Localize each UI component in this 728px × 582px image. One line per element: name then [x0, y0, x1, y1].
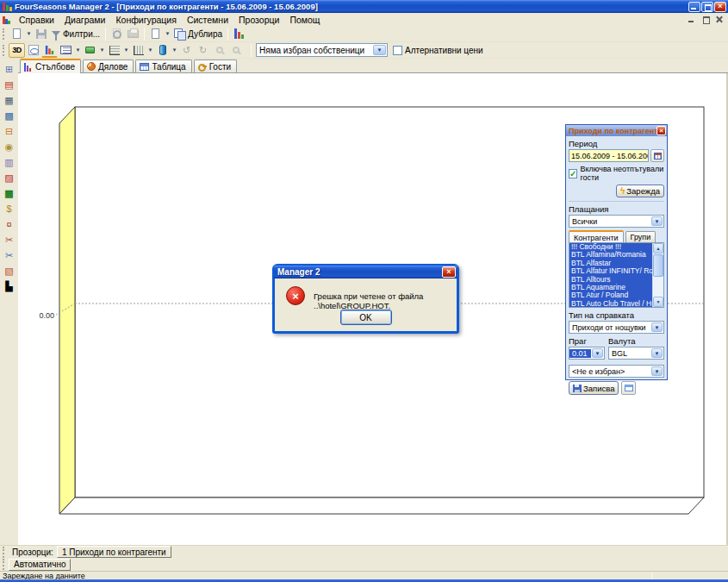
folder-report-button[interactable]: ▥: [2, 155, 16, 168]
currency-button[interactable]: ¤: [2, 217, 16, 230]
horizontal-grid-button[interactable]: [106, 43, 122, 58]
currency-dropdown-icon[interactable]: ▼: [651, 348, 663, 358]
legend-button[interactable]: [58, 43, 74, 58]
save-settings-button[interactable]: Записва: [569, 381, 619, 395]
tab-table[interactable]: Таблица: [135, 59, 191, 72]
toolbar-grip[interactable]: [3, 559, 5, 570]
depth-dropdown[interactable]: ▼: [171, 43, 178, 58]
calendar-button[interactable]: [650, 149, 664, 162]
menu-item[interactable]: Диаграми: [59, 15, 110, 25]
new-window-dropdown[interactable]: ▼: [164, 27, 171, 41]
mdi-close-button[interactable]: [713, 15, 725, 24]
tile-windows-button[interactable]: ⊞: [2, 62, 16, 75]
horizontal-grid-dropdown[interactable]: ▼: [122, 43, 130, 58]
include-guests-checkbox[interactable]: ✓: [569, 169, 577, 178]
load-button[interactable]: ϟ Зарежда: [616, 185, 664, 197]
tab-guests[interactable]: Гости: [194, 59, 237, 72]
scroll-down-button[interactable]: ▼: [653, 297, 663, 307]
legend-dropdown[interactable]: ▼: [74, 43, 82, 58]
series-button[interactable]: [41, 43, 58, 58]
cut-restriction-button[interactable]: ✂: [2, 233, 16, 246]
contractor-item[interactable]: BTL Alfamina/Romania: [569, 251, 652, 259]
ok-button[interactable]: OK: [340, 310, 392, 325]
mdi-child-icon[interactable]: [3, 16, 11, 24]
vertical-grid-button[interactable]: [130, 43, 146, 58]
window-options-button[interactable]: [621, 381, 636, 395]
undo-button[interactable]: ↺: [178, 43, 195, 58]
new-report-button[interactable]: [9, 27, 25, 41]
payments-dropdown-icon[interactable]: ▼: [651, 216, 663, 226]
mdi-restore-button[interactable]: [700, 15, 712, 24]
print-preview-button[interactable]: [109, 27, 125, 41]
contractor-item[interactable]: BTL Alfastar: [569, 260, 652, 267]
menu-item[interactable]: Справки: [14, 15, 59, 25]
filter-button[interactable]: Филтри...: [49, 27, 103, 41]
toolbar-grip[interactable]: [3, 547, 5, 558]
contractor-item[interactable]: BTL Alfatur INFINITY/ Romani: [569, 267, 652, 275]
alt-prices-checkbox[interactable]: [393, 46, 402, 55]
export-report-button[interactable]: ▤: [2, 78, 16, 91]
three-d-toggle-button[interactable]: 3D: [9, 43, 25, 58]
automatic-button[interactable]: Автоматично: [9, 559, 71, 571]
mdi-minimize-button[interactable]: [686, 15, 698, 24]
contractor-item[interactable]: BTL Aquamarine: [569, 284, 652, 291]
zoom-out-button[interactable]: [227, 43, 244, 58]
report-type-combobox[interactable]: Приходи от нощувки ▼: [569, 321, 664, 334]
dialog-title-bar[interactable]: Manager 2 ×: [274, 266, 457, 278]
contractor-item[interactable]: BTL Auto Club Travel / Hunga: [569, 300, 652, 307]
report-type-dropdown-icon[interactable]: ▼: [651, 322, 663, 332]
vertical-grid-dropdown[interactable]: ▼: [146, 43, 154, 58]
monitor-report-button[interactable]: ⊟: [2, 124, 16, 137]
window-tab-button[interactable]: 1 Приходи по контрагенти: [57, 546, 171, 558]
menu-item[interactable]: Прозорци: [233, 15, 284, 25]
tab-columns[interactable]: Стълбове: [20, 59, 81, 73]
tab-contractors[interactable]: Контрагенти: [569, 230, 624, 243]
scrollbar-thumb[interactable]: [653, 254, 663, 277]
template-combobox[interactable]: <Не е избран> ▼: [569, 365, 664, 378]
chart-report-button[interactable]: ▦: [2, 93, 16, 106]
menu-item[interactable]: Помощ: [284, 15, 325, 25]
menu-item[interactable]: Системни: [182, 15, 233, 25]
owners-combobox[interactable]: Няма избран собственици ▼: [256, 43, 388, 57]
menu-item[interactable]: Конфигурация: [110, 15, 181, 25]
grid-button[interactable]: ▦: [2, 186, 16, 199]
duplicate-button[interactable]: Дублира: [171, 27, 225, 41]
toolbar-grip[interactable]: [3, 28, 5, 40]
tab-groups[interactable]: Групи: [625, 231, 656, 242]
mini-chart-button[interactable]: ▙: [2, 279, 16, 292]
restore-button[interactable]: [701, 2, 713, 12]
template-dropdown-icon[interactable]: ▼: [651, 366, 663, 376]
threshold-combobox[interactable]: 0.01 ▼: [569, 347, 605, 360]
minimize-button[interactable]: [688, 2, 700, 12]
depth-button[interactable]: [154, 43, 171, 58]
contractor-item[interactable]: BTL Alltours: [569, 276, 652, 284]
rotate-chart-button[interactable]: [25, 43, 41, 58]
new-window-button[interactable]: [147, 27, 164, 41]
dialog-close-button[interactable]: ×: [442, 266, 456, 278]
scrollbar-track[interactable]: [653, 278, 663, 297]
period-input[interactable]: 15.06.2009 - 15.06.2009: [569, 149, 649, 162]
panel-caption[interactable]: Приходи по контрагенти ×: [566, 125, 667, 136]
threshold-dropdown-icon[interactable]: ▼: [592, 348, 603, 358]
tab-shares[interactable]: Дялове: [83, 59, 134, 72]
cut-price-button[interactable]: ✂: [2, 248, 16, 261]
owners-dropdown-icon[interactable]: ▼: [373, 45, 386, 55]
marks-dropdown[interactable]: ▼: [98, 43, 106, 58]
save-button[interactable]: [33, 27, 49, 41]
panel-close-button[interactable]: ×: [656, 126, 666, 135]
currency-combobox[interactable]: BGL ▼: [608, 347, 664, 360]
toolbar-grip[interactable]: [3, 45, 5, 56]
payments-combobox[interactable]: Всички ▼: [569, 215, 664, 228]
contractor-item[interactable]: !!! Свободни !!!: [569, 243, 652, 251]
close-button[interactable]: ×: [714, 2, 726, 12]
scroll-up-button[interactable]: ▲: [653, 243, 663, 253]
archive-button[interactable]: ▨: [2, 171, 16, 184]
export-chart-button[interactable]: [231, 27, 247, 41]
new-report-dropdown[interactable]: ▼: [25, 27, 33, 41]
guests-button[interactable]: ◉: [2, 140, 16, 153]
contractor-item[interactable]: BTL Atur / Poland: [569, 291, 652, 299]
redo-button[interactable]: ↻: [195, 43, 211, 58]
zoom-in-button[interactable]: [211, 43, 227, 58]
page-chart-button[interactable]: ▧: [2, 264, 16, 277]
print-button[interactable]: [125, 27, 141, 41]
